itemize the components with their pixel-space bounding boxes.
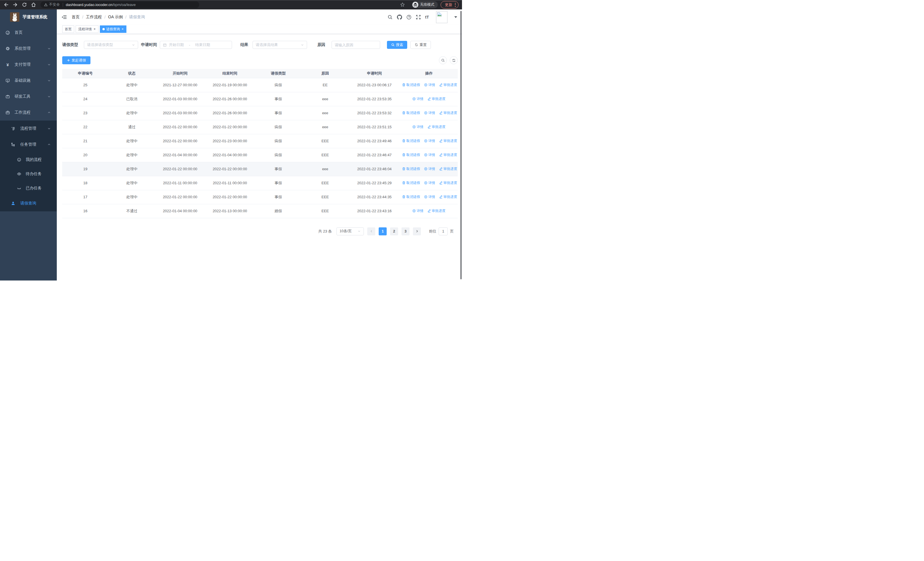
sidebar-item-workflow[interactable]: 工作流程	[0, 105, 57, 120]
col-end-time: 结束时间	[205, 69, 255, 78]
prev-page-button[interactable]	[367, 227, 375, 235]
action-label: 审批进度	[444, 83, 457, 87]
sidebar-item-todo-tasks[interactable]: 待办任务	[0, 167, 57, 181]
row-action-cancel[interactable]: 取消请假	[402, 167, 420, 171]
cell-start: 2022-01-03 00:00:00	[155, 106, 205, 120]
row-action-detail[interactable]: 详情	[412, 96, 423, 101]
next-page-button[interactable]	[413, 227, 421, 235]
page-size-select[interactable]: 10条/页	[336, 227, 364, 235]
row-action-detail[interactable]: 详情	[412, 125, 423, 129]
col-apply-id: 申请编号	[62, 69, 108, 78]
row-action-cancel[interactable]: 取消请假	[402, 111, 420, 116]
page-button-2[interactable]: 2	[390, 227, 398, 235]
tab-leave-query[interactable]: 请假查询	[100, 26, 126, 33]
row-action-progress[interactable]: 审批进度	[439, 180, 457, 185]
sidebar-item-task-mgmt[interactable]: 任务管理	[0, 137, 57, 152]
create-leave-button[interactable]: 发起请假	[62, 56, 90, 64]
search-button[interactable]: 搜索	[387, 41, 407, 49]
refresh-table-button[interactable]	[450, 56, 458, 64]
apply-time-range-picker[interactable]: 开始日期 - 结束日期	[160, 41, 232, 49]
browser-forward-icon[interactable]	[12, 2, 18, 8]
row-action-detail[interactable]: 详情	[412, 209, 423, 214]
row-action-cancel[interactable]: 取消请假	[402, 138, 420, 143]
chevron-down-icon	[47, 95, 51, 98]
tab-process-detail[interactable]: 流程详情	[76, 26, 99, 33]
cell-reason: EE	[302, 78, 349, 92]
avatar[interactable]	[436, 11, 447, 23]
sidebar-item-home[interactable]: 首页	[0, 24, 57, 41]
sidebar-item-label: 请假查询	[20, 201, 36, 206]
row-action-progress[interactable]: 审批进度	[439, 194, 457, 199]
bookmark-star-icon[interactable]	[400, 2, 405, 7]
row-action-detail[interactable]: 详情	[424, 138, 435, 143]
row-action-detail[interactable]: 详情	[424, 180, 435, 185]
page-button-1[interactable]: 1	[379, 227, 387, 235]
row-action-progress[interactable]: 审批进度	[428, 209, 446, 214]
page-scrollbar[interactable]	[460, 11, 462, 279]
reason-input[interactable]	[335, 43, 377, 47]
sidebar-collapse-icon[interactable]	[62, 14, 67, 20]
goto-page-input[interactable]	[439, 227, 448, 235]
tab-home[interactable]: 首页	[62, 26, 74, 33]
app-logo[interactable]: 芋道管理系统	[0, 9, 57, 24]
cell-apply_time: 2022-01-22 23:43:16	[349, 204, 400, 218]
chevron-down-icon[interactable]	[454, 16, 457, 18]
view-icon	[412, 209, 416, 212]
edit-icon	[428, 209, 431, 212]
browser-reload-icon[interactable]	[22, 2, 27, 8]
browser-home-icon[interactable]	[31, 2, 36, 8]
row-action-detail[interactable]: 详情	[424, 111, 435, 116]
row-action-detail[interactable]: 详情	[424, 167, 435, 171]
leave-type-select[interactable]: 请选择请假类型	[84, 41, 138, 49]
row-action-progress[interactable]: 审批进度	[439, 83, 457, 87]
cell-reason: eee	[302, 92, 349, 106]
action-label: 详情	[428, 111, 435, 116]
row-action-cancel[interactable]: 取消请假	[402, 152, 420, 157]
address-bar[interactable]: 不安全 dashboard.yudao.iocoder.cn/bpm/oa/le…	[40, 2, 199, 8]
browser-menu-icon[interactable]	[455, 3, 456, 7]
breadcrumb-workflow[interactable]: 工作流程	[86, 15, 102, 20]
row-action-progress[interactable]: 审批进度	[439, 138, 457, 143]
row-action-detail[interactable]: 详情	[424, 152, 435, 157]
security-chip[interactable]: 不安全	[44, 2, 60, 7]
cell-type: 病假	[255, 78, 302, 92]
breadcrumb-oa[interactable]: OA 示例	[108, 15, 123, 20]
row-action-cancel[interactable]: 取消请假	[402, 194, 420, 199]
github-icon[interactable]	[397, 15, 402, 20]
row-action-progress[interactable]: 审批进度	[439, 111, 457, 116]
row-action-progress[interactable]: 审批进度	[428, 125, 446, 129]
result-select[interactable]: 请选择流结果	[252, 41, 307, 49]
row-action-cancel[interactable]: 取消请假	[402, 83, 420, 87]
row-action-cancel[interactable]: 取消请假	[402, 180, 420, 185]
help-icon[interactable]	[406, 15, 411, 20]
action-label: 审批进度	[432, 96, 446, 101]
breadcrumb-home[interactable]: 首页	[72, 15, 80, 20]
sidebar-item-done-tasks[interactable]: 已办任务	[0, 181, 57, 196]
close-icon[interactable]	[121, 27, 124, 31]
browser-back-icon[interactable]	[3, 2, 9, 8]
font-size-icon[interactable]: tT	[425, 15, 429, 20]
row-action-progress[interactable]: 审批进度	[439, 167, 457, 171]
sidebar-item-system[interactable]: 系统管理	[0, 41, 57, 57]
sidebar-item-payment[interactable]: ¥ 支付管理	[0, 57, 57, 72]
sidebar-item-infra[interactable]: 基础设施	[0, 72, 57, 89]
reason-input-wrap	[332, 41, 380, 49]
toggle-search-button[interactable]	[439, 56, 447, 64]
trash-icon	[402, 153, 405, 156]
fullscreen-icon[interactable]	[416, 15, 421, 20]
browser-update-button[interactable]: 更新	[441, 1, 459, 9]
row-action-detail[interactable]: 详情	[424, 83, 435, 87]
row-action-detail[interactable]: 详情	[424, 194, 435, 199]
row-action-progress[interactable]: 审批进度	[428, 96, 446, 101]
reset-button[interactable]: 重置	[410, 41, 431, 49]
sidebar-item-my-process[interactable]: 我的流程	[0, 152, 57, 167]
close-icon[interactable]	[93, 27, 96, 31]
search-icon[interactable]	[387, 15, 393, 20]
row-action-progress[interactable]: 审批进度	[439, 152, 457, 157]
page-button-3[interactable]: 3	[402, 227, 410, 235]
sidebar-item-devtools[interactable]: 研发工具	[0, 89, 57, 105]
cell-type: 婚假	[255, 204, 302, 218]
sidebar-item-leave-query[interactable]: 请假查询	[0, 196, 57, 211]
cell-status: 不通过	[108, 204, 155, 218]
sidebar-item-process-mgmt[interactable]: 流程管理	[0, 120, 57, 137]
